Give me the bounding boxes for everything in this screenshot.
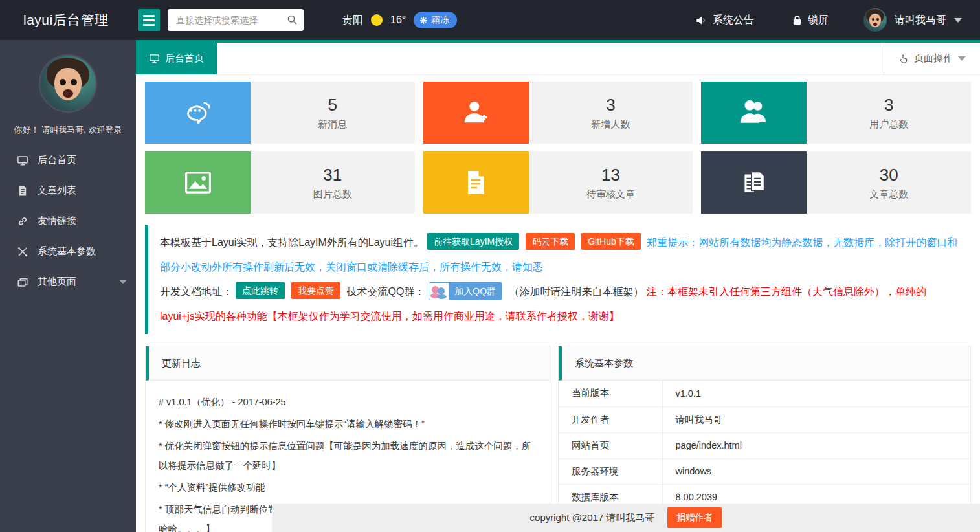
header-right: 系统公告 锁屏 请叫我马哥 — [695, 8, 980, 32]
users-icon — [701, 82, 807, 144]
github-download-button[interactable]: GitHub下载 — [581, 233, 641, 250]
sidebar-item-label: 后台首页 — [38, 154, 76, 166]
chevron-down-icon — [958, 56, 966, 61]
sidebar-item-label: 友情链接 — [38, 215, 76, 227]
user-menu[interactable]: 请叫我马哥 — [863, 8, 962, 32]
changelog-line: * “个人资料”提供修改功能 — [159, 478, 537, 497]
files-icon — [701, 151, 807, 214]
snowflake-icon — [419, 16, 428, 25]
qq-note: （添加时请注明来自本框架） — [509, 286, 644, 297]
sidebar-item-label: 系统基本参数 — [38, 245, 96, 258]
sidebar-menu: 后台首页 文章列表 友情链接 — [0, 145, 136, 297]
stats-cards: 5 新消息 3 新增人数 — [145, 82, 971, 214]
qq-group-label: 技术交流QQ群： — [346, 286, 425, 297]
main-area: 后台首页 页面操作 — [136, 40, 980, 532]
sidebar-item-links[interactable]: 友情链接 — [0, 206, 136, 236]
weather-widget: 贵阳 16° 霜冻 — [342, 12, 457, 28]
tab-home-active[interactable]: 后台首页 — [136, 43, 217, 74]
sidebar-item-label: 其他页面 — [38, 276, 76, 288]
like-button[interactable]: 我要点赞 — [291, 282, 340, 299]
hamburger-icon — [143, 15, 155, 17]
sidebar-item-other-pages[interactable]: 其他页面 — [0, 267, 136, 297]
sidebar-item-label: 文章列表 — [38, 184, 76, 197]
table-row: 当前版本v1.0.1 — [559, 381, 970, 406]
sidebar-avatar[interactable] — [39, 54, 97, 113]
changelog-line: * 修改刚进入页面无任何操作时按回车键提示“请输入解锁密码！” — [159, 414, 537, 434]
hand-pointer-icon — [898, 54, 909, 64]
changelog-line: # v1.0.1（优化） - 2017-06-25 — [159, 392, 537, 412]
layim-auth-button[interactable]: 前往获取LayIM授权 — [427, 233, 519, 250]
chevron-down-icon — [119, 280, 127, 284]
tab-bar: 后台首页 页面操作 — [136, 43, 980, 75]
pages-icon — [17, 276, 31, 288]
user-avatar — [863, 8, 887, 32]
image-icon — [145, 151, 251, 214]
chat-icon — [145, 82, 251, 144]
link-icon — [17, 216, 31, 227]
notice-intro: 本模板基于Layui实现，支持除LayIM外所有的Layui组件。 — [160, 237, 424, 248]
stat-card-pending-articles[interactable]: 13 待审核文章 — [423, 151, 693, 214]
sidebar-item-system-params[interactable]: 系统基本参数 — [0, 236, 136, 267]
donate-button[interactable]: 捐赠作者 — [667, 507, 722, 528]
stat-label: 文章总数 — [869, 188, 908, 201]
stat-label: 图片总数 — [313, 188, 352, 201]
weather-temperature: 16° — [390, 14, 406, 26]
content: 5 新消息 3 新增人数 — [136, 75, 980, 532]
stat-value: 30 — [880, 165, 898, 185]
search-icon[interactable] — [287, 14, 298, 25]
header-search — [168, 9, 304, 31]
username: 请叫我马哥 — [895, 14, 946, 27]
stat-card-new-messages[interactable]: 5 新消息 — [145, 82, 415, 144]
tools-icon — [17, 246, 31, 258]
sun-icon — [371, 14, 383, 26]
join-qq-group-button[interactable]: 加入QQ群 — [429, 282, 502, 300]
app-window: layui后台管理 贵阳 16° 霜冻 — [0, 0, 980, 532]
qq-people-icon — [429, 283, 449, 300]
document-icon — [17, 185, 31, 197]
search-input[interactable] — [168, 9, 304, 31]
weather-city: 贵阳 — [342, 14, 363, 27]
sidebar-item-articles[interactable]: 文章列表 — [0, 175, 136, 206]
app-logo: layui后台管理 — [0, 11, 136, 29]
copyright-text: copyright @2017 请叫我马哥 — [530, 512, 655, 524]
changelog-line: * 优化关闭弹窗按钮的提示信息位置问题【可能是因为加载速度的原因，造成这个问题，… — [159, 436, 537, 475]
lock-screen-button[interactable]: 锁屏 — [792, 14, 829, 27]
system-announcement-button[interactable]: 系统公告 — [695, 14, 754, 27]
page-actions-dropdown[interactable]: 页面操作 — [884, 43, 980, 74]
stat-value: 13 — [601, 165, 620, 185]
gitee-download-button[interactable]: 码云下载 — [526, 233, 575, 250]
doc-address-label: 开发文档地址： — [160, 286, 232, 297]
stat-value: 31 — [323, 165, 342, 185]
stat-value: 3 — [884, 95, 893, 115]
speaker-icon — [695, 14, 707, 27]
stat-label: 待审核文章 — [586, 188, 635, 201]
stat-card-new-users[interactable]: 3 新增人数 — [423, 82, 693, 144]
hamburger-menu-button[interactable] — [138, 9, 160, 31]
top-header: layui后台管理 贵阳 16° 霜冻 — [0, 0, 980, 40]
table-row: 网站首页page/index.html — [559, 432, 970, 458]
lock-icon — [792, 15, 803, 26]
changelog-title: 更新日志 — [146, 346, 550, 381]
table-row: 开发作者请叫我马哥 — [559, 406, 970, 432]
stat-value: 3 — [606, 95, 615, 115]
monitor-icon — [17, 155, 31, 166]
file-icon — [423, 151, 529, 214]
stat-card-total-articles[interactable]: 30 文章总数 — [701, 151, 971, 214]
doc-jump-button[interactable]: 点此跳转 — [236, 282, 285, 299]
user-add-icon — [423, 82, 529, 144]
footer: copyright @2017 请叫我马哥 捐赠作者 — [272, 504, 980, 532]
system-params-title: 系统基本参数 — [559, 346, 970, 381]
monitor-icon — [149, 53, 160, 64]
chevron-down-icon — [954, 18, 962, 23]
table-row: 服务器环境windows — [559, 458, 970, 484]
weather-alert-badge[interactable]: 霜冻 — [414, 12, 457, 28]
stat-label: 用户总数 — [869, 118, 908, 131]
sidebar-greeting: 你好！ 请叫我马哥, 欢迎登录 — [0, 124, 136, 136]
sidebar-item-home[interactable]: 后台首页 — [0, 145, 136, 175]
stat-label: 新消息 — [318, 118, 347, 131]
stat-card-total-users[interactable]: 3 用户总数 — [701, 82, 971, 144]
stat-value: 5 — [328, 95, 337, 115]
notice-panel: 本模板基于Layui实现，支持除LayIM外所有的Layui组件。前往获取Lay… — [145, 225, 971, 334]
stat-label: 新增人数 — [591, 118, 630, 131]
stat-card-total-images[interactable]: 31 图片总数 — [145, 151, 415, 214]
